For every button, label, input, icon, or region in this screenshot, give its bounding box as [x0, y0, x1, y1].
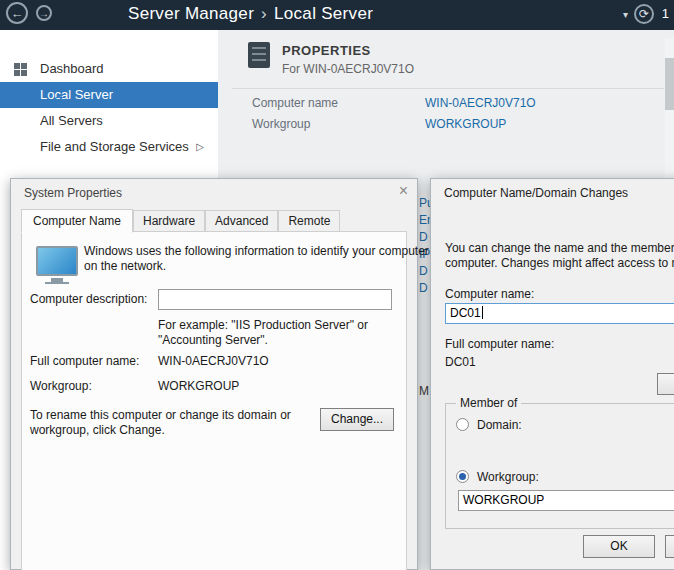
back-arrow-icon: ←: [11, 6, 24, 21]
notification-count[interactable]: 1: [662, 6, 669, 21]
property-value-fragment: D: [419, 281, 430, 295]
workgroup-label: Workgroup: [252, 117, 310, 131]
full-computer-name-label: Full computer name:: [445, 337, 554, 351]
workgroup-radio[interactable]: [456, 470, 469, 483]
sidebar-item-dashboard[interactable]: Dashboard: [0, 56, 218, 82]
change-button[interactable]: Change...: [320, 408, 394, 431]
property-value-fragment: M: [419, 384, 430, 398]
breadcrumb-section: Local Server: [274, 4, 373, 23]
properties-subheading: For WIN-0AECRJ0V71O: [282, 62, 414, 76]
refresh-icon: ⟳: [639, 7, 649, 21]
computer-name-label: Computer name: [252, 96, 338, 110]
computer-name-link[interactable]: WIN-0AECRJ0V71O: [425, 96, 536, 110]
member-of-label: Member of: [456, 396, 521, 410]
back-button[interactable]: ←: [6, 2, 28, 24]
computer-description-input[interactable]: [158, 289, 392, 310]
example-text: For example: "IIS Production Server" or …: [158, 318, 368, 348]
workgroup-link[interactable]: WORKGROUP: [425, 117, 506, 131]
sidebar-item-file-storage[interactable]: File and Storage Services ▷: [0, 134, 218, 160]
full-computer-name-value: DC01: [445, 355, 476, 369]
computer-name-tab-page: Windows uses the following information t…: [21, 231, 407, 570]
breadcrumb: Server Manager›Local Server: [128, 4, 373, 24]
more-button-partial[interactable]: [657, 373, 674, 395]
app-title: Server Manager: [128, 4, 254, 23]
tab-strip: Computer Name Hardware Advanced Remote: [21, 209, 340, 232]
sidebar-item-label: File and Storage Services: [40, 139, 189, 154]
rename-hint-text: To rename this computer or change its do…: [30, 408, 291, 438]
scrollbar-track[interactable]: [665, 38, 674, 198]
close-icon[interactable]: ×: [399, 182, 408, 200]
workgroup-radio-label: Workgroup:: [477, 470, 539, 484]
workgroup-label: Workgroup:: [30, 379, 92, 393]
computer-name-domain-changes-dialog: Computer Name/Domain Changes You can cha…: [430, 178, 674, 570]
property-value-fragment: Pu: [419, 196, 430, 210]
member-of-group: Member of Domain: Workgroup: WORKGROUP: [445, 403, 674, 529]
forward-arrow-icon: →: [39, 8, 49, 19]
full-computer-name-value: WIN-0AECRJ0V71O: [158, 354, 269, 368]
sidebar-item-label: Dashboard: [40, 61, 104, 76]
dialog-title: System Properties: [24, 186, 122, 200]
computer-name-label: Computer name:: [445, 287, 534, 301]
domain-radio-label: Domain:: [477, 418, 522, 432]
sidebar-item-label: All Servers: [40, 113, 103, 128]
tab-advanced[interactable]: Advanced: [205, 210, 278, 232]
sidebar-item-local-server[interactable]: Local Server: [0, 82, 218, 108]
chevron-down-icon[interactable]: ▾: [623, 9, 628, 20]
computer-name-input[interactable]: DC01: [445, 303, 674, 324]
ok-button[interactable]: OK: [583, 535, 655, 558]
server-manager-window: ← → Server Manager›Local Server ▾ ⟳ 1 Da…: [0, 0, 674, 570]
sidebar-item-label: Local Server: [40, 87, 113, 102]
full-computer-name-label: Full computer name:: [30, 354, 139, 368]
tab-computer-name[interactable]: Computer Name: [21, 209, 133, 233]
properties-heading: PROPERTIES: [282, 43, 371, 58]
property-value-fragment: D: [419, 230, 430, 244]
workgroup-input[interactable]: WORKGROUP: [458, 490, 674, 511]
titlebar: ← → Server Manager›Local Server ▾ ⟳ 1: [0, 0, 674, 30]
cancel-button-partial[interactable]: [665, 535, 674, 558]
breadcrumb-chevron-icon: ›: [261, 4, 267, 23]
sidebar-item-all-servers[interactable]: All Servers: [0, 108, 218, 134]
scrollbar-thumb[interactable]: [665, 58, 674, 110]
intro-text: You can change the name and the membersh…: [445, 241, 674, 271]
forward-button[interactable]: →: [36, 5, 52, 21]
dialog-title: Computer Name/Domain Changes: [444, 186, 628, 200]
text-cursor: [482, 306, 483, 319]
properties-tile-icon: [248, 42, 270, 68]
refresh-button[interactable]: ⟳: [634, 4, 654, 24]
dashboard-icon: [14, 63, 27, 76]
divider: [232, 88, 664, 89]
computer-description-label: Computer description:: [30, 292, 147, 306]
computer-monitor-icon: [36, 246, 78, 276]
workgroup-value: WORKGROUP: [158, 379, 239, 393]
domain-radio[interactable]: [456, 418, 469, 431]
system-properties-dialog: System Properties × Computer Name Hardwa…: [10, 178, 418, 570]
chevron-right-icon: ▷: [196, 134, 204, 160]
tab-remote[interactable]: Remote: [278, 210, 340, 232]
property-value-fragment: En: [419, 213, 430, 227]
intro-text: Windows uses the following information t…: [84, 244, 429, 274]
tab-hardware[interactable]: Hardware: [133, 210, 205, 232]
